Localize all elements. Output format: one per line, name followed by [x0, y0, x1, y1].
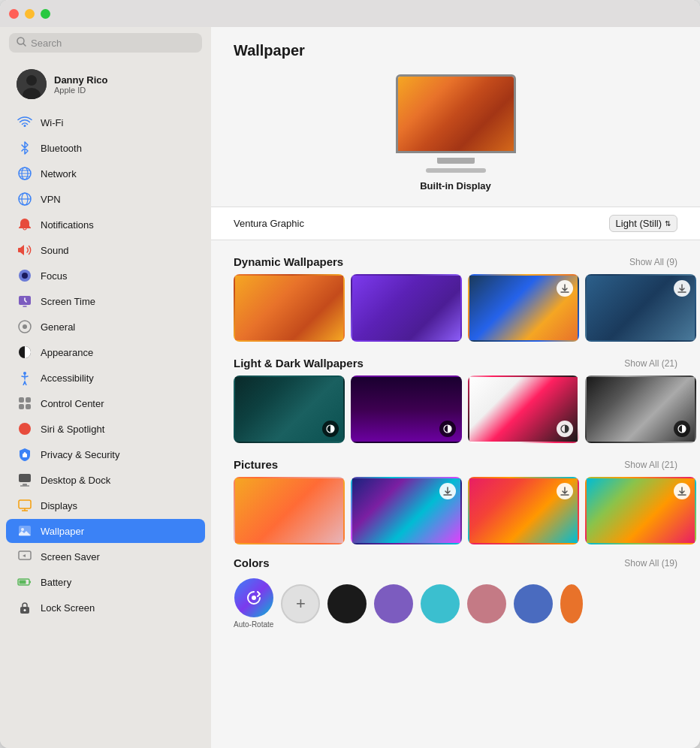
- color-circle-rose: [467, 584, 506, 623]
- sidebar-item-lock-screen[interactable]: Lock Screen: [6, 596, 205, 620]
- ld-thumb-1[interactable]: [234, 376, 345, 443]
- color-circle-teal: [421, 584, 460, 623]
- color-item-rose[interactable]: [467, 584, 506, 623]
- light-dark-show-all[interactable]: Show All (21): [624, 358, 677, 369]
- network-icon: [17, 165, 33, 182]
- control-center-icon: [17, 395, 33, 412]
- colors-section: Colors Show All (19) Auto-Rotat: [211, 556, 700, 644]
- sidebar-item-notifications-label: Notifications: [41, 219, 94, 231]
- sidebar-item-bluetooth[interactable]: Bluetooth: [6, 136, 205, 160]
- download-badge-4: [674, 280, 690, 297]
- sidebar-item-screen-saver[interactable]: Screen Saver: [6, 544, 205, 569]
- style-dropdown[interactable]: Light (Still) ⇅: [609, 215, 677, 232]
- mode-badge-2: [439, 421, 456, 437]
- sidebar-item-appearance-label: Appearance: [41, 347, 93, 358]
- svg-rect-35: [29, 581, 31, 584]
- sidebar-item-wallpaper-label: Wallpaper: [41, 526, 84, 537]
- maximize-button[interactable]: [41, 9, 50, 19]
- title-bar: [0, 0, 700, 27]
- minimize-button[interactable]: [25, 9, 35, 19]
- sidebar-item-privacy[interactable]: Privacy & Security: [6, 442, 205, 466]
- pictures-section-title: Pictures: [234, 458, 278, 471]
- pic-thumb-1[interactable]: [234, 477, 345, 544]
- sidebar-item-control-center[interactable]: Control Center: [6, 391, 205, 415]
- sidebar-item-focus[interactable]: Focus: [6, 264, 205, 288]
- sidebar-item-battery[interactable]: Battery: [6, 570, 205, 594]
- colors-show-all[interactable]: Show All (19): [624, 558, 677, 569]
- sidebar-item-vpn[interactable]: VPN: [6, 187, 205, 211]
- sidebar-item-sound-label: Sound: [41, 245, 69, 256]
- monitor-screen: [398, 77, 514, 151]
- color-item-teal[interactable]: [421, 584, 460, 623]
- svg-point-15: [23, 324, 27, 329]
- sidebar-item-network[interactable]: Network: [6, 161, 205, 185]
- sidebar-item-wifi-label: Wi-Fi: [41, 117, 63, 128]
- color-item-black[interactable]: [327, 584, 367, 623]
- pictures-show-all[interactable]: Show All (21): [624, 460, 677, 470]
- lock-screen-icon: [17, 599, 33, 616]
- svg-rect-36: [20, 581, 26, 584]
- sidebar-item-displays[interactable]: Displays: [6, 493, 205, 517]
- search-icon: [17, 37, 26, 49]
- sidebar-item-general[interactable]: General: [6, 315, 205, 339]
- ld-thumb-4[interactable]: [585, 376, 696, 443]
- screen-saver-icon: [17, 548, 33, 565]
- svg-rect-28: [19, 500, 31, 508]
- sound-icon: [17, 242, 33, 258]
- sidebar-item-screen-time-label: Screen Time: [41, 296, 95, 307]
- dynamic-show-all[interactable]: Show All (9): [629, 257, 677, 267]
- svg-point-24: [24, 452, 26, 454]
- pic-thumb-2[interactable]: [351, 477, 462, 544]
- sidebar-item-vpn-label: VPN: [41, 194, 61, 205]
- auto-rotate-item[interactable]: Auto-Rotate: [234, 578, 273, 629]
- colors-header: Colors Show All (19): [234, 556, 677, 569]
- pictures-header: Pictures Show All (21): [211, 455, 700, 477]
- dynamic-thumb-3[interactable]: [468, 274, 579, 342]
- sidebar-item-battery-label: Battery: [41, 577, 71, 588]
- dynamic-thumb-4[interactable]: [585, 274, 696, 342]
- pic-thumb-3[interactable]: [468, 477, 579, 544]
- siri-icon: [17, 421, 33, 437]
- dynamic-thumb-1[interactable]: [234, 274, 345, 342]
- focus-icon: [17, 267, 33, 284]
- colors-row: Auto-Rotate +: [234, 578, 677, 629]
- mode-badge-3: [557, 421, 573, 437]
- svg-rect-21: [26, 404, 31, 409]
- sidebar-item-desktop-dock-label: Desktop & Dock: [41, 475, 110, 486]
- color-circle-purple: [374, 584, 413, 623]
- sidebar-item-general-label: General: [41, 321, 75, 333]
- svg-point-51: [252, 596, 256, 600]
- color-item-purple[interactable]: [374, 584, 413, 623]
- sidebar-item-accessibility[interactable]: Accessibility: [6, 366, 205, 390]
- close-button[interactable]: [9, 9, 19, 19]
- sidebar-item-desktop-dock[interactable]: Desktop & Dock: [6, 468, 205, 492]
- screen-time-icon: [17, 293, 33, 309]
- ld-thumb-2[interactable]: [351, 376, 462, 443]
- general-icon: [17, 318, 33, 335]
- privacy-icon: [17, 446, 33, 463]
- main-window: Danny Rico Apple ID Wi-Fi: [0, 0, 700, 748]
- search-input[interactable]: [31, 38, 195, 49]
- svg-point-22: [19, 423, 31, 435]
- sidebar-item-wallpaper[interactable]: Wallpaper: [6, 519, 205, 543]
- monitor-preview: [396, 74, 516, 153]
- mode-badge-4: [674, 421, 690, 437]
- sidebar-item-siri-label: Siri & Spotlight: [41, 424, 104, 435]
- color-item-blue[interactable]: [514, 584, 553, 623]
- sidebar-item-notifications[interactable]: Notifications: [6, 213, 205, 237]
- sidebar-item-screen-time[interactable]: Screen Time: [6, 289, 205, 313]
- search-bar[interactable]: [9, 33, 202, 53]
- color-item-orange[interactable]: [560, 584, 583, 623]
- sidebar-item-siri[interactable]: Siri & Spotlight: [6, 417, 205, 441]
- add-color-item[interactable]: +: [281, 584, 320, 623]
- sidebar-item-wifi[interactable]: Wi-Fi: [6, 110, 205, 134]
- color-circle-orange: [560, 584, 583, 623]
- user-subtitle: Apple ID: [54, 86, 108, 95]
- sidebar-item-sound[interactable]: Sound: [6, 238, 205, 262]
- ld-thumb-3[interactable]: [468, 376, 579, 443]
- svg-rect-18: [19, 397, 24, 403]
- pic-thumb-4[interactable]: [585, 477, 696, 544]
- sidebar-item-appearance[interactable]: Appearance: [6, 340, 205, 364]
- user-profile[interactable]: Danny Rico Apple ID: [6, 62, 205, 107]
- dynamic-thumb-2[interactable]: [351, 274, 462, 342]
